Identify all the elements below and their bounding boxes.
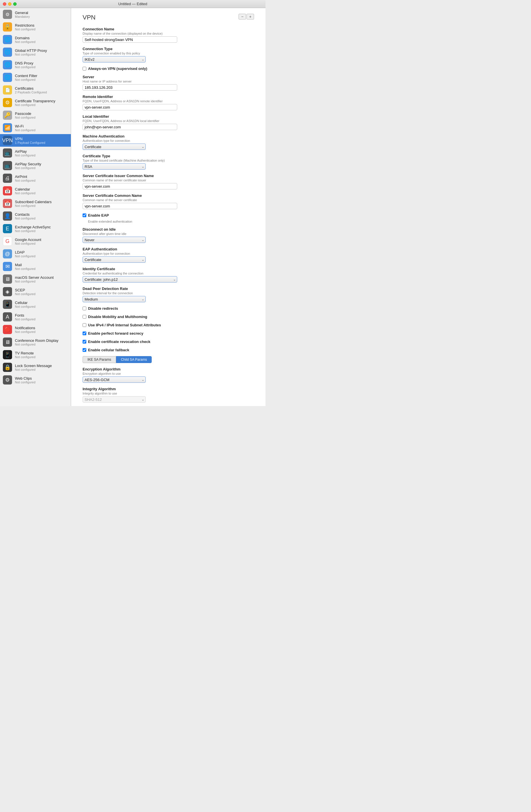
sidebar-item-sub-dns-proxy: Not configured — [15, 65, 36, 69]
enable-pfs-checkbox[interactable] — [83, 332, 86, 335]
sidebar-item-cellular[interactable]: 📱CellularNot configured — [0, 298, 71, 310]
passcode-icon: 🔑 — [3, 111, 12, 120]
enable-cert-revocation-checkbox[interactable] — [83, 340, 86, 344]
eap-auth-section: EAP Authentication Authentication type f… — [83, 247, 254, 263]
connection-name-desc: Display name of the connection (displaye… — [83, 32, 254, 35]
sidebar-item-dns-proxy[interactable]: 🌐DNS ProxyNot configured — [0, 58, 71, 71]
local-identifier-section: Local Identifier FQDN, UserFQDN, Address… — [83, 114, 254, 130]
sidebar-item-sub-tv-remote: Not configured — [15, 355, 36, 359]
sidebar-item-mail[interactable]: ✉MailNot configured — [0, 260, 71, 273]
disconnect-idle-section: Disconnect on Idle Disconnect after give… — [83, 227, 254, 243]
sidebar-item-notifications[interactable]: 🔴NotificationsNot configured — [0, 323, 71, 336]
sidebar-item-wifi[interactable]: 📶Wi-FiNot configured — [0, 121, 71, 134]
enable-cellular-fallback-checkbox[interactable] — [83, 348, 86, 352]
sidebar-item-exchange-activesync[interactable]: EExchange ActiveSyncNot configured — [0, 222, 71, 235]
sidebar-item-web-clips[interactable]: ⚙Web ClipsNot configured — [0, 374, 71, 386]
disconnect-idle-select[interactable]: Never — [83, 237, 146, 243]
identity-cert-select[interactable]: Certificate: john.p12 — [83, 276, 177, 282]
sidebar-item-label-cellular: Cellular — [15, 301, 36, 305]
tab-child-sa-params[interactable]: Child SA Params — [116, 356, 152, 363]
sidebar-item-domains[interactable]: 🌐DomainsNot configured — [0, 33, 71, 46]
encryption-algo-select[interactable]: AES-256-GCM — [83, 377, 146, 383]
global-http-proxy-icon: 🌐 — [3, 47, 12, 57]
vpn-icon: VPN — [3, 136, 12, 145]
disable-mobility-checkbox[interactable] — [83, 315, 86, 319]
sidebar-item-fonts[interactable]: AFontsNot configured — [0, 310, 71, 323]
always-on-vpn-checkbox[interactable] — [83, 67, 86, 71]
connection-name-input[interactable] — [83, 37, 177, 43]
server-cert-common-input[interactable] — [83, 203, 177, 209]
sidebar-item-tv-remote[interactable]: 📱TV RemoteNot configured — [0, 348, 71, 361]
sidebar-item-content-filter[interactable]: 🌐Content FilterNot configured — [0, 71, 71, 84]
minus-button[interactable]: − — [239, 14, 246, 19]
header-buttons: − + — [239, 14, 254, 19]
local-identifier-desc: FQDN, UserFQDN, Address or ASN1DN local … — [83, 119, 254, 122]
plus-button[interactable]: + — [247, 14, 254, 19]
sidebar-item-label-passcode: Passcode — [15, 112, 36, 116]
server-cert-issuer-input[interactable] — [83, 183, 177, 189]
sidebar-item-sub-exchange-activesync: Not configured — [15, 229, 51, 233]
main-header: VPN − + — [83, 14, 254, 21]
sidebar-item-label-notifications: Notifications — [15, 326, 36, 330]
disable-redirects-section: Disable redirects — [83, 306, 254, 310]
local-identifier-input[interactable] — [83, 124, 177, 130]
close-button[interactable] — [3, 2, 6, 6]
sidebar-item-restrictions[interactable]: 🔒RestrictionsNot configured — [0, 20, 71, 33]
machine-auth-desc: Authentication type for connection — [83, 139, 254, 142]
cert-type-select[interactable]: RSA — [83, 163, 146, 170]
minimize-button[interactable] — [8, 2, 12, 6]
sidebar-item-passcode[interactable]: 🔑PasscodeNot configured — [0, 109, 71, 121]
machine-auth-select[interactable]: Certificate — [83, 144, 146, 150]
tab-ike-sa-params[interactable]: IKE SA Params — [83, 356, 116, 363]
disable-redirects-label: Disable redirects — [88, 306, 118, 310]
server-cert-common-label: Server Certificate Common Name — [83, 193, 254, 198]
sidebar-item-contacts[interactable]: 👤ContactsNot configured — [0, 210, 71, 222]
web-clips-icon: ⚙ — [3, 375, 12, 385]
sidebar-item-subscribed-calendars[interactable]: 📅Subscribed CalendarsNot configured — [0, 197, 71, 210]
enable-eap-label: Enable EAP — [88, 213, 109, 217]
identity-cert-desc: Credential for authenticating the connec… — [83, 272, 254, 275]
disable-redirects-checkbox[interactable] — [83, 307, 86, 310]
sidebar-item-scep[interactable]: ◈SCEPNot configured — [0, 285, 71, 298]
sidebar-item-certificates[interactable]: 📄Certificates2 Payloads Configured — [0, 84, 71, 96]
enable-eap-checkbox[interactable] — [83, 214, 86, 217]
use-ipv4-checkbox[interactable] — [83, 323, 86, 327]
sidebar-item-label-wifi: Wi-Fi — [15, 124, 36, 128]
cellular-icon: 📱 — [3, 300, 12, 309]
maximize-button[interactable] — [13, 2, 17, 6]
connection-type-label: Connection Type — [83, 47, 254, 51]
sidebar-item-conference-room-display[interactable]: 🖥Conference Room DisplayNot configured — [0, 336, 71, 348]
sidebar-item-airplay-security[interactable]: 📺AirPlay SecurityNot configured — [0, 159, 71, 172]
identity-cert-section: Identity Certificate Credential for auth… — [83, 267, 254, 282]
sidebar-item-airprint[interactable]: 🖨AirPrintNot configured — [0, 172, 71, 185]
sidebar-item-ldap[interactable]: @LDAPNot configured — [0, 248, 71, 260]
sidebar-item-macos-server-account[interactable]: 🖥macOS Server AccountNot configured — [0, 273, 71, 285]
sidebar-item-sub-google-account: Not configured — [15, 242, 41, 245]
titlebar: Untitled — Edited — [0, 0, 266, 8]
enable-eap-desc: Enable extended authentication — [88, 220, 254, 223]
machine-auth-section: Machine Authentication Authentication ty… — [83, 134, 254, 150]
always-on-vpn-row: Always-on VPN (supervised only) — [83, 67, 254, 71]
sidebar-item-label-web-clips: Web Clips — [15, 376, 36, 380]
sidebar-item-sub-airprint: Not configured — [15, 179, 36, 182]
ldap-icon: @ — [3, 249, 12, 259]
sidebar-item-calendar[interactable]: 📅CalendarNot configured — [0, 185, 71, 197]
sidebar-item-lock-screen-message[interactable]: 🔒Lock Screen MessageNot configured — [0, 361, 71, 374]
integrity-algo-select[interactable]: SHA2-512 — [83, 396, 146, 403]
sidebar-item-vpn[interactable]: VPNVPN1 Payload Configured — [0, 134, 71, 147]
sidebar-item-airplay[interactable]: 📺AirPlayNot configured — [0, 147, 71, 159]
sidebar-item-general[interactable]: ⚙GeneralMandatory — [0, 8, 71, 20]
sidebar-item-label-tv-remote: TV Remote — [15, 351, 36, 355]
identity-cert-select-wrap: Certificate: john.p12 ⌄ — [83, 276, 177, 282]
sidebar-item-google-account[interactable]: GGoogle AccountNot configured — [0, 235, 71, 248]
dead-peer-select-wrap: Medium ⌄ — [83, 296, 146, 302]
remote-identifier-input[interactable] — [83, 104, 177, 110]
eap-auth-select[interactable]: Certificate — [83, 257, 146, 263]
dead-peer-select[interactable]: Medium — [83, 296, 146, 302]
connection-type-select[interactable]: IKEv2 — [83, 56, 146, 62]
sidebar-item-global-http-proxy[interactable]: 🌐Global HTTP ProxyNot configured — [0, 46, 71, 58]
server-input[interactable] — [83, 84, 177, 90]
sidebar-item-label-lock-screen-message: Lock Screen Message — [15, 364, 52, 368]
connection-name-label: Connection Name — [83, 27, 254, 31]
sidebar-item-cert-transparency[interactable]: ⚙Certificate TransparencyNot configured — [0, 96, 71, 109]
